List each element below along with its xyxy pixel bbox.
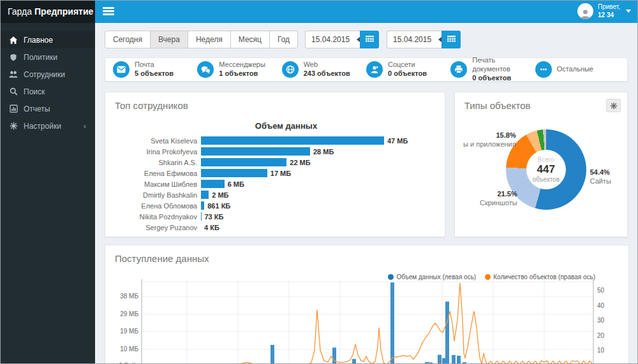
tab-today[interactable]: Сегодня <box>105 31 151 48</box>
app-window: ГардаПредприятие Привет, 12 34 Главное П… <box>0 0 638 364</box>
employee-name: Dmirtly Bashkalin <box>115 191 201 199</box>
sidebar-item-settings[interactable]: Настройки ‹ <box>1 117 95 135</box>
incoming-chart-svg: 38 МБ29 МБ19 МБ10 МБ0 Байт5040302010 <box>115 271 619 363</box>
right-axis-label: 50 <box>597 287 605 294</box>
home-icon <box>9 36 18 45</box>
volume-bar <box>429 362 433 363</box>
tab-month[interactable]: Месяц <box>230 31 270 48</box>
print-icon <box>450 61 467 78</box>
employee-name: Елена Обломова <box>115 202 201 210</box>
panel-settings-button[interactable] <box>606 99 621 112</box>
donut-label-screenshots: 21.5%Скриншоты <box>459 189 517 208</box>
users-icon <box>9 70 18 78</box>
panel-title: Типы объектов <box>464 100 531 111</box>
logo-text-regular: Гарда <box>8 6 32 17</box>
employee-bars: Sveta Kiseleva47 МБIrina Prokofyeva28 МБ… <box>115 136 445 232</box>
stat-label: Мессенджеры <box>219 61 265 69</box>
employee-value: 28 МБ <box>313 148 334 156</box>
filter-bar: Сегодня Вчера Неделя Месяц Год 15.04.201… <box>105 31 628 48</box>
donut-label-apps: 15.8%ы и приложения <box>454 131 516 149</box>
employee-name: Елена Ефимова <box>115 170 201 177</box>
employee-name: Nikita Pozdnyakov <box>115 213 201 221</box>
left-axis-label: 29 МБ <box>120 310 138 317</box>
stat-other: Остальные <box>535 61 619 78</box>
employee-row: Sergey Puzanov4 КБ <box>115 222 445 232</box>
employee-row: Dmirtly Bashkalin2 МБ <box>115 190 445 200</box>
donut-center-value: 447 <box>537 163 555 176</box>
chevron-left-icon: ‹ <box>84 121 86 131</box>
logo-text-bold: Предприятие <box>34 6 93 17</box>
user-icon <box>580 8 591 19</box>
sidebar-item-label: Сотрудники <box>24 70 65 79</box>
employee-name: Shkarin A.S. <box>115 159 201 166</box>
date-from-input[interactable]: 15.04.2015 <box>305 31 360 48</box>
sidebar-item-search[interactable]: Поиск <box>1 83 95 100</box>
greeting-text: Привет, 12 34 <box>598 3 620 19</box>
volume-bar <box>452 355 456 363</box>
top-employees-panel: Топ сотрудников Объем данных Sveta Kisel… <box>105 92 445 237</box>
app-logo[interactable]: ГардаПредприятие <box>1 1 95 23</box>
object-types-panel: Типы объектов Всего 447 объектов 54.4%Са… <box>454 92 628 237</box>
left-axis-label: 19 МБ <box>120 328 138 335</box>
employee-name: Sveta Kiseleva <box>115 137 201 145</box>
tab-week[interactable]: Неделя <box>188 31 231 48</box>
stat-print: Печать документов0 объектов <box>450 56 535 82</box>
web-icon <box>282 61 299 78</box>
gear-icon <box>9 122 18 130</box>
right-axis-label: 30 <box>597 317 605 324</box>
stat-label: Печать документов <box>472 56 535 74</box>
left-axis-label: 38 МБ <box>120 293 138 300</box>
sidebar-item-main[interactable]: Главное <box>1 31 95 48</box>
employee-name: Максим Шиблев <box>115 180 201 188</box>
period-tabs: Сегодня Вчера Неделя Месяц Год <box>105 31 297 48</box>
stat-count: 243 объектов <box>304 69 350 78</box>
mail-icon <box>113 61 130 78</box>
stat-label: Соцсети <box>388 61 427 69</box>
report-icon <box>9 105 18 113</box>
calendar-icon <box>366 36 374 43</box>
panel-title: Поступление данных <box>115 253 209 264</box>
stat-social: Соцсети0 объектов <box>366 61 450 78</box>
volume-bar <box>463 362 466 363</box>
sidebar-item-label: Поиск <box>24 87 45 96</box>
volume-bar <box>352 359 356 363</box>
gear-icon <box>610 102 618 110</box>
stat-label: Остальные <box>557 65 593 74</box>
sidebar-item-reports[interactable]: Отчеты <box>1 100 95 117</box>
hamburger-menu-icon[interactable] <box>103 7 115 17</box>
right-axis-label: 40 <box>597 302 605 309</box>
sidebar-item-label: Отчеты <box>24 105 50 113</box>
volume-bar <box>425 362 429 363</box>
employee-bar <box>201 147 310 156</box>
employee-bar <box>201 191 209 199</box>
tab-year[interactable]: Год <box>269 31 298 48</box>
stat-label: Почта <box>135 61 174 69</box>
incoming-chart: 38 МБ29 МБ19 МБ10 МБ0 Байт5040302010 <box>115 271 619 363</box>
date-to-input[interactable]: 15.04.2015 <box>387 31 441 48</box>
employee-value: 47 МБ <box>387 137 408 145</box>
stat-count: 5 объектов <box>135 69 174 78</box>
sidebar-item-employees[interactable]: Сотрудники <box>1 66 95 83</box>
right-axis-label: 20 <box>597 332 605 339</box>
employee-row: Sveta Kiseleva47 МБ <box>115 136 445 145</box>
employee-bar <box>201 201 204 210</box>
employee-row: Максим Шиблев6 МБ <box>115 179 445 189</box>
employee-row: Nikita Pozdnyakov73 КБ <box>115 212 445 221</box>
calendar-button-to[interactable] <box>441 31 461 48</box>
employee-value: 6 МБ <box>228 180 244 188</box>
user-menu[interactable]: Привет, 12 34 <box>577 3 631 19</box>
employee-bar <box>201 136 384 145</box>
employee-name: Irina Prokofyeva <box>115 148 201 156</box>
employee-value: 73 КБ <box>204 213 223 221</box>
tab-yesterday[interactable]: Вчера <box>150 31 188 48</box>
left-axis-label: 0 Байт <box>119 362 138 363</box>
sidebar-item-label: Настройки <box>24 122 61 131</box>
employee-value: 2 МБ <box>212 191 228 199</box>
topbar: Привет, 12 34 <box>95 1 637 23</box>
calendar-button-from[interactable] <box>360 31 379 48</box>
main-content: Сегодня Вчера Неделя Месяц Год 15.04.201… <box>95 23 637 363</box>
sidebar-item-policies[interactable]: Политики <box>1 48 95 66</box>
stat-count: 1 объектов <box>219 69 265 78</box>
stat-count: 0 объектов <box>472 74 535 83</box>
employee-bar <box>201 180 225 188</box>
